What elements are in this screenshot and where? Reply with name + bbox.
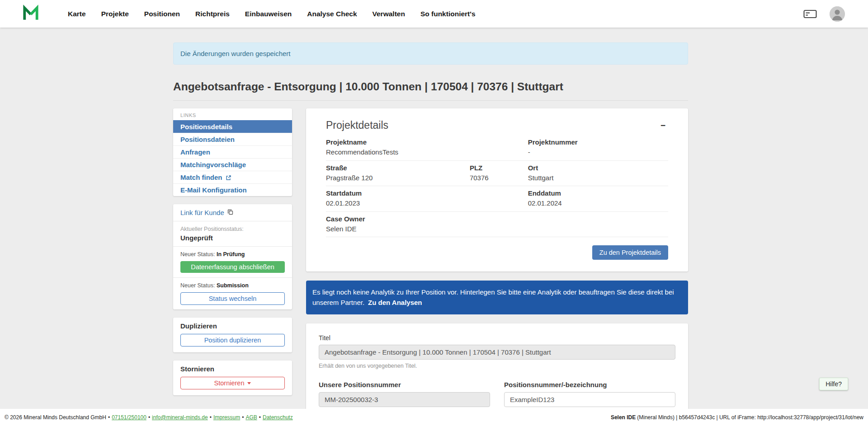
nav-item-so-funktionierts[interactable]: So funktioniert's	[413, 5, 483, 23]
collapse-button[interactable]: −	[658, 119, 668, 131]
field-label: Projektnummer	[528, 138, 668, 147]
field-value: 02.01.2023	[326, 199, 528, 208]
sidebar-item-positionsdateien[interactable]: Positionsdateien	[173, 133, 292, 145]
pos-number-label: Positionsnummer/-bezeichnung	[504, 381, 675, 389]
project-card-footer: Zu den Projektdetails	[326, 245, 668, 260]
field-projektname: Projektname RecommendationsTests	[326, 138, 528, 157]
content-row: LINKS Positionsdetails Positionsdateien …	[173, 108, 688, 426]
analytics-banner-text: Es liegt noch keine Analytik zu Ihrer Po…	[312, 288, 674, 306]
footer-link-datenschutz[interactable]: Datenschutz	[263, 414, 293, 421]
our-number-label: Unsere Positionsnummer	[319, 381, 490, 389]
field-label: Startdatum	[326, 189, 528, 198]
analytics-link[interactable]: Zu den Analysen	[368, 299, 422, 306]
titel-label: Titel	[319, 334, 675, 342]
nav-item-analyse-check[interactable]: Analyse Check	[299, 5, 364, 23]
field-projektnummer: Projektnummer -	[528, 138, 668, 157]
cancel-title: Stornieren	[180, 365, 285, 373]
footer-session-info: Selen IDE (Mineral Minds) | b56457d4243c…	[611, 414, 863, 421]
next-status-section-2: Neuer Status: Submission Status wechseln	[173, 277, 292, 309]
footer-user-name: Selen IDE	[611, 414, 636, 421]
sidebar-item-anfragen[interactable]: Anfragen	[173, 145, 292, 158]
field-ort: Ort Stuttgart	[528, 164, 668, 183]
sidebar-item-label: Positionsdetails	[180, 123, 232, 131]
separator: •	[108, 414, 110, 421]
sidebar-item-label: Matchingvorschläge	[180, 161, 246, 169]
footer-link-agb[interactable]: AGB	[245, 414, 257, 421]
sidebar-item-match-finden[interactable]: Match finden	[173, 171, 292, 183]
page-title: Angebotsanfrage - Entsorgung | 10.000 To…	[173, 80, 688, 101]
field-label: PLZ	[470, 164, 528, 173]
copy-icon	[227, 209, 233, 216]
sidebar-item-label: Anfragen	[180, 148, 210, 156]
field-value: Pragstraße 120	[326, 174, 470, 183]
field-startdatum: Startdatum 02.01.2023	[326, 189, 528, 208]
separator: •	[210, 414, 212, 421]
project-row: Straße Pragstraße 120 PLZ 70376 Ort Stut…	[326, 161, 668, 187]
sidebar-item-email-konfiguration[interactable]: E-Mail Konfiguration	[173, 183, 292, 196]
project-row: Startdatum 02.01.2023 Enddatum 02.01.202…	[326, 186, 668, 212]
sidebar-item-matchingvorschlaege[interactable]: Matchingvorschläge	[173, 158, 292, 171]
analytics-banner: Es liegt noch keine Analytik zu Ihrer Po…	[306, 281, 688, 314]
sidebar-item-label: Match finden	[180, 173, 222, 181]
links-card: LINKS Positionsdetails Positionsdateien …	[173, 108, 292, 196]
status-card: Link für Kunde Aktueller Positionsstatus…	[173, 204, 292, 309]
next-status-label: Neuer Status:	[180, 282, 215, 289]
nav-item-karte[interactable]: Karte	[60, 5, 94, 23]
current-status-value: Ungeprüft	[180, 234, 285, 242]
titel-help: Erhält den von uns vorgegebenen Titel.	[319, 363, 675, 369]
brand-logo[interactable]	[22, 5, 39, 23]
finish-data-entry-button[interactable]: Datenerfassung abschließen	[180, 261, 285, 273]
customer-link-label: Link für Kunde	[180, 209, 224, 216]
sidebar-item-label: E-Mail Konfiguration	[180, 186, 247, 194]
field-case-owner: Case Owner Selen IDE	[326, 215, 528, 234]
next-status-value: In Prüfung	[217, 251, 245, 257]
nav-item-verwalten[interactable]: Verwalten	[365, 5, 413, 23]
page-container: Die Änderungen wurden gespeichert Angebo…	[173, 42, 688, 426]
next-status-line: Neuer Status: Submission	[180, 282, 285, 289]
success-alert-text: Die Änderungen wurden gespeichert	[180, 50, 291, 57]
field-label: Case Owner	[326, 215, 528, 224]
duplicate-card: Duplizieren Position duplizieren	[173, 318, 292, 352]
help-button[interactable]: Hilfe?	[819, 378, 848, 390]
footer-left: © 2026 Mineral Minds Deutschland GmbH • …	[5, 414, 293, 421]
sidebar-item-positionsdetails[interactable]: Positionsdetails	[173, 120, 292, 133]
field-value: Stuttgart	[528, 174, 668, 183]
sidebar: LINKS Positionsdetails Positionsdateien …	[173, 108, 292, 395]
user-avatar[interactable]	[830, 6, 845, 22]
duplicate-position-button[interactable]: Position duplizieren	[180, 334, 285, 346]
field-label: Enddatum	[528, 189, 668, 198]
field-value: RecommendationsTests	[326, 148, 528, 157]
separator: •	[242, 414, 244, 421]
field-value: 70376	[470, 174, 528, 183]
nav-item-einbauweisen[interactable]: Einbauweisen	[237, 5, 299, 23]
footer-link-phone[interactable]: 07151/250100	[112, 414, 146, 421]
project-row: Projektname RecommendationsTests Projekt…	[326, 135, 668, 161]
footer-link-email[interactable]: info@mineral-minds.de	[152, 414, 208, 421]
switch-status-button[interactable]: Status wechseln	[180, 292, 285, 305]
next-status-section-1: Neuer Status: In Prüfung Datenerfassung …	[173, 246, 292, 277]
nav-item-richtpreis[interactable]: Richtpreis	[188, 5, 237, 23]
go-to-project-details-button[interactable]: Zu den Projektdetails	[592, 245, 668, 260]
pos-number-input[interactable]	[504, 392, 675, 407]
field-enddatum: Enddatum 02.01.2024	[528, 189, 668, 208]
main-column: Projektdetails − Projektname Recommendat…	[306, 108, 688, 426]
project-details-card: Projektdetails − Projektname Recommendat…	[306, 108, 688, 272]
cancel-card: Stornieren Stornieren	[173, 360, 292, 395]
current-status-label: Aktueller Positionsstatus:	[180, 226, 285, 232]
mineral-minds-logo-icon	[22, 5, 39, 23]
customer-link[interactable]: Link für Kunde	[180, 209, 285, 216]
current-status-section: Aktueller Positionsstatus: Ungeprüft	[173, 221, 292, 246]
customer-link-section: Link für Kunde	[173, 204, 292, 221]
external-link-icon	[226, 175, 231, 181]
card-icon[interactable]	[803, 9, 817, 19]
project-card-title: Projektdetails	[326, 119, 388, 131]
next-status-value: Submission	[217, 282, 249, 289]
nav-item-positionen[interactable]: Positionen	[137, 5, 188, 23]
next-status-line: Neuer Status: In Prüfung	[180, 251, 285, 257]
field-strasse: Straße Pragstraße 120	[326, 164, 470, 183]
footer-link-impressum[interactable]: Impressum	[213, 414, 240, 421]
top-navbar: Karte Projekte Positionen Richtpreis Ein…	[0, 0, 868, 28]
footer-session-details: (Mineral Minds) | b56457d4243c | URL of …	[637, 414, 863, 421]
nav-item-projekte[interactable]: Projekte	[94, 5, 137, 23]
cancel-dropdown-button[interactable]: Stornieren	[180, 377, 285, 389]
